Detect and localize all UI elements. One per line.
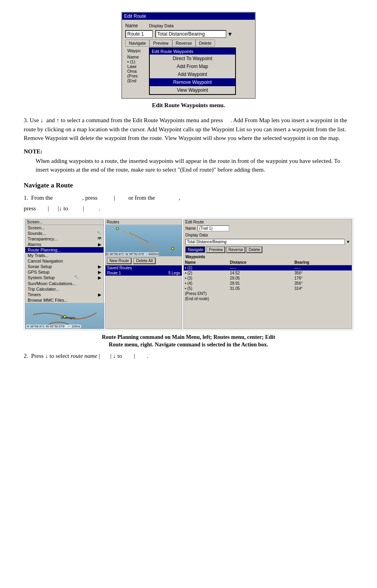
menu-remove-waypoint[interactable]: Remove Waypoint [150,78,235,86]
menu-my-trails[interactable]: My Trails... [25,253,104,258]
saved-route-1[interactable]: Route 1 5 Legs [106,270,182,276]
menu-transparency[interactable]: Transparency...🗺 [25,236,104,242]
panel-left: Screen... Screen... Sounds...🔧 Transpare… [25,219,104,329]
edit-route-dialog: Edit Route Name Display Data Route 1 Tot… [121,12,256,99]
edit-route-dialog-container: Edit Route Name Display Data Route 1 Tot… [24,12,353,109]
wp-oma: Oma [127,69,147,74]
menu-cancel-nav[interactable]: Cancel Navigation [25,258,104,264]
menu-browse-mmc[interactable]: Browse MMC Files... [25,297,104,303]
saved-routes-header: Saved Routes [106,265,182,270]
caption1: Edit Route Waypoints menu. [152,102,225,109]
edit-route-body: Name Display Data Route 1 Total Distance… [122,20,255,98]
right-dropdown-arrow[interactable]: ▼ [346,240,350,244]
wp-end: (End of route) [184,296,352,301]
section-title: Navigate a Route [24,182,353,189]
wp-row-press-ent[interactable]: (Press ENT) [184,291,352,296]
menu-sun-moon[interactable]: Sun/Moon Calculations... [25,281,104,286]
menu-alarms[interactable]: Alarms [25,242,104,247]
menu-sounds[interactable]: Sounds...🔧 [25,231,104,236]
tab-delete[interactable]: Delete [196,40,215,47]
right-display-select[interactable]: Total Distance/Bearing [185,239,345,245]
wp-3-dist: 29.05 [229,276,293,281]
display-label: Display Data [149,23,252,28]
panel-right-title: Edit Route [184,219,352,225]
center-coord: N 36°08.971' W 95°50.579' ↔4000mi [106,252,159,256]
center-map: N 36°08.971' W 95°50.579' ↔4000mi [106,225,182,256]
wp-row-1[interactable]: • (1) ---.- ---.- [184,265,352,270]
dropdown-arrow[interactable]: ▼ [227,31,233,37]
note-section: NOTE: When adding waypoints to a route, … [24,148,353,174]
screenshots-caption: Route Planning command on Main Menu, lef… [24,333,353,349]
waypoints-table: Name Distance Bearing • (1) ---.- ---.- … [184,260,352,301]
menu-direct-to-waypoint[interactable]: Direct To Waypoint [150,55,235,62]
paragraph1: 3. Use ↓ and ↑ to select a command from … [24,116,353,143]
wp-1-dist: ---.- [229,265,293,270]
route-name-input[interactable]: Route 1 [125,30,153,38]
wp-1-bear: ---.- [293,265,352,270]
right-name-row: Name (Trail 1) [184,225,352,232]
wp-row-end[interactable]: (End of route) [184,296,352,301]
action-row: Navigate Preview Reverse Delete [184,246,352,254]
col-distance: Distance [229,260,293,265]
wp-end: (End [127,78,147,83]
popup-menu-title: Edit Route Waypoints [150,48,235,55]
wp-2-name: • (2) [184,270,229,276]
wp-row-5[interactable]: • (5) 31.05 314° [184,286,352,291]
wp-4-bear: 356° [293,281,352,286]
menu-add-from-map[interactable]: Add From Map [150,62,235,70]
panel-right: Edit Route Name (Trail 1) Display Data T… [183,219,352,329]
tab-preview[interactable]: Preview [149,40,172,47]
action-navigate[interactable]: Navigate [185,246,205,253]
menu-view-waypoint[interactable]: View Waypoint [150,86,235,94]
wp-2-dist: 14.52 [229,270,293,276]
wp-5-name: • (5) [184,286,229,291]
action-delete[interactable]: Delete [246,246,262,253]
wp-row-4[interactable]: • (4) 29.91 356° [184,281,352,286]
wp-row-3[interactable]: • (3) 29.05 176° [184,276,352,281]
tabs-row: Navigate Preview Reverse Delete [125,40,252,47]
panel-center: Routes N 36°08.971' W 95°50.579' ↔4000mi… [105,219,182,329]
wp-4-dist: 29.91 [229,281,293,286]
route-legs: 5 Legs [168,271,180,275]
menu-system-setup[interactable]: System Setup🔧 [25,275,104,281]
menu-add-waypoint[interactable]: Add Waypoint [150,70,235,78]
panel-left-map: Muskoges N 36°08.971' W 95°50.579' ↔ 100… [25,303,104,329]
wp-2-bear: 356° [293,270,352,276]
wp-1-name: • (1) [184,265,229,270]
menu-timers[interactable]: Timers [25,292,104,297]
svg-text:Muskoges: Muskoges [61,316,75,320]
menu-screen[interactable]: Screen... [25,225,104,231]
menu-route-planning[interactable]: Route Planning... [25,247,104,253]
panel-left-header: Screen... [25,219,104,225]
wp-row-2[interactable]: • (2) 14.52 356° [184,270,352,276]
caption2-line2: Route menu, right. Navigate command is s… [109,342,268,348]
wp-5-dist: 31.05 [229,286,293,291]
wp-lawn: Lawr [127,64,147,69]
menu-sonar-setup[interactable]: Sonar Setup [25,264,104,269]
center-header: New Route Delete All [106,256,182,265]
wp-3-bear: 176° [293,276,352,281]
wp-pres: (Pres [127,74,147,78]
screenshots-row: Screen... Screen... Sounds...🔧 Transpare… [24,218,353,330]
display-select[interactable]: Total Distance/Bearing [155,30,226,38]
popup-menu: Edit Route Waypoints Direct To Waypoint … [149,47,236,95]
menu-trip-calc[interactable]: Trip Calculator... [25,286,104,292]
tab-reverse[interactable]: Reverse [172,40,196,47]
waypo-label: Waypo [125,47,149,54]
wp-4-name: • (4) [184,281,229,286]
svg-point-3 [172,247,174,250]
svg-point-2 [116,227,119,230]
col-bearing: Bearing [293,260,352,265]
waypoints-label-area: Waypo Name • (1) Lawr Oma (Pres (End [125,47,149,95]
delete-all-btn[interactable]: Delete All [133,257,155,264]
name-row: Name Display Data [125,23,252,28]
col-name: Name [184,260,229,265]
action-reverse[interactable]: Reverse [226,246,245,253]
waypoints-label: Waypoints [184,254,352,260]
menu-gps-setup[interactable]: GPS Setup [25,269,104,275]
action-preview[interactable]: Preview [206,246,225,253]
tab-navigate[interactable]: Navigate [125,40,149,47]
new-route-btn[interactable]: New Route [107,257,132,264]
right-name-input[interactable]: (Trail 1) [198,225,229,231]
right-name-label: Name [185,226,196,231]
